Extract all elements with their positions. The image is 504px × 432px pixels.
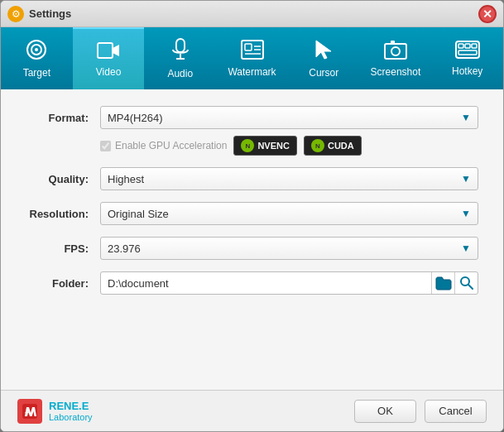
folder-search-button[interactable] xyxy=(454,272,478,294)
logo-sub: Laboratory xyxy=(49,412,93,422)
settings-icon: ⚙ xyxy=(7,6,24,22)
window-title: Settings xyxy=(29,7,478,20)
folder-open-button[interactable] xyxy=(431,272,454,294)
logo-name: RENE.E xyxy=(49,400,93,412)
svg-rect-14 xyxy=(385,44,406,59)
title-bar: ⚙ Settings ✕ xyxy=(1,1,503,27)
tab-audio-label: Audio xyxy=(167,68,193,79)
resolution-dropdown-arrow: ▼ xyxy=(461,208,471,219)
resolution-row: Resolution: Original Size ▼ xyxy=(26,202,478,225)
tab-hotkey[interactable]: Hotkey xyxy=(431,27,503,89)
nvenc-label: NVENC xyxy=(257,141,290,151)
svg-line-23 xyxy=(468,285,473,289)
cuda-label: CUDA xyxy=(328,141,354,151)
gpu-checkbox-label[interactable]: Enable GPU Acceleration xyxy=(100,140,227,151)
quality-label: Quality: xyxy=(26,173,100,185)
tab-video[interactable]: Video xyxy=(73,27,145,89)
fps-dropdown-arrow: ▼ xyxy=(461,242,471,254)
folder-input-wrap xyxy=(100,271,478,295)
folder-row: Folder: xyxy=(26,271,478,295)
footer-buttons: OK Cancel xyxy=(354,400,487,423)
folder-input[interactable] xyxy=(101,277,431,290)
svg-rect-5 xyxy=(176,39,185,52)
video-icon xyxy=(97,41,120,63)
fps-control: 23.976 ▼ xyxy=(100,237,478,260)
svg-marker-4 xyxy=(113,45,119,56)
svg-rect-3 xyxy=(98,43,113,58)
resolution-control: Original Size ▼ xyxy=(100,202,478,225)
logo-area: + RENE.E Laboratory xyxy=(17,399,93,424)
resolution-dropdown[interactable]: Original Size ▼ xyxy=(100,202,478,225)
tab-screenshot-label: Screenshot xyxy=(371,66,421,78)
audio-icon xyxy=(170,38,190,65)
ok-button[interactable]: OK xyxy=(354,400,416,423)
tab-screenshot[interactable]: Screenshot xyxy=(360,27,432,89)
tab-video-label: Video xyxy=(96,66,121,78)
format-row: Format: MP4(H264) ▼ xyxy=(26,106,478,129)
watermark-icon xyxy=(241,40,264,63)
quality-value: Highest xyxy=(108,173,144,185)
logo-text: RENE.E Laboratory xyxy=(49,400,93,422)
tab-watermark[interactable]: Watermark xyxy=(216,27,288,89)
fps-dropdown[interactable]: 23.976 ▼ xyxy=(100,237,478,260)
logo-icon: + xyxy=(17,399,42,424)
svg-rect-9 xyxy=(245,44,252,50)
svg-rect-20 xyxy=(472,44,477,48)
tab-target-label: Target xyxy=(23,67,50,79)
quality-dropdown[interactable]: Highest ▼ xyxy=(100,167,478,190)
svg-rect-19 xyxy=(465,44,470,48)
tab-target[interactable]: Target xyxy=(1,27,73,89)
format-control: MP4(H264) ▼ xyxy=(100,106,478,129)
svg-text:+: + xyxy=(25,409,29,417)
fps-row: FPS: 23.976 ▼ xyxy=(26,237,478,260)
resolution-value: Original Size xyxy=(108,208,169,220)
tab-cursor[interactable]: Cursor xyxy=(288,27,360,89)
quality-control: Highest ▼ xyxy=(100,167,478,190)
gpu-row: Enable GPU Acceleration N NVENC N CUDA xyxy=(100,136,478,156)
format-dropdown[interactable]: MP4(H264) ▼ xyxy=(100,106,478,129)
tab-audio[interactable]: Audio xyxy=(144,27,216,89)
format-label: Format: xyxy=(26,112,100,124)
resolution-label: Resolution: xyxy=(26,208,100,220)
svg-marker-13 xyxy=(316,41,331,59)
format-dropdown-arrow: ▼ xyxy=(461,112,471,123)
tab-hotkey-label: Hotkey xyxy=(452,65,482,77)
svg-rect-18 xyxy=(458,44,463,48)
content-area: Format: MP4(H264) ▼ Enable GPU Accelerat… xyxy=(1,89,503,390)
footer: + RENE.E Laboratory OK Cancel xyxy=(1,390,503,431)
cuda-badge: N CUDA xyxy=(304,136,362,156)
fps-value: 23.976 xyxy=(108,242,141,255)
svg-rect-21 xyxy=(458,50,477,55)
svg-point-2 xyxy=(35,48,38,51)
gpu-checkbox[interactable] xyxy=(100,141,111,151)
tab-cursor-label: Cursor xyxy=(309,67,338,79)
close-button[interactable]: ✕ xyxy=(478,5,497,23)
hotkey-icon xyxy=(455,41,480,62)
screenshot-icon xyxy=(384,40,407,63)
nvenc-dot: N xyxy=(241,139,254,152)
target-icon xyxy=(26,39,47,64)
folder-control xyxy=(100,271,478,295)
tab-watermark-label: Watermark xyxy=(228,66,276,78)
svg-point-15 xyxy=(391,47,400,55)
cursor-icon xyxy=(314,39,333,64)
quality-row: Quality: Highest ▼ xyxy=(26,167,478,190)
folder-label: Folder: xyxy=(26,277,100,290)
settings-window: ⚙ Settings ✕ Target Video xyxy=(0,0,504,432)
quality-dropdown-arrow: ▼ xyxy=(461,173,471,185)
nav-tabs: Target Video Audio xyxy=(1,27,503,89)
format-value: MP4(H264) xyxy=(108,112,162,124)
fps-label: FPS: xyxy=(26,242,100,255)
svg-rect-16 xyxy=(391,41,395,45)
cuda-dot: N xyxy=(311,139,324,152)
cancel-button[interactable]: Cancel xyxy=(425,400,487,423)
nvenc-badge: N NVENC xyxy=(233,136,297,156)
gpu-label-text: Enable GPU Acceleration xyxy=(115,140,227,151)
